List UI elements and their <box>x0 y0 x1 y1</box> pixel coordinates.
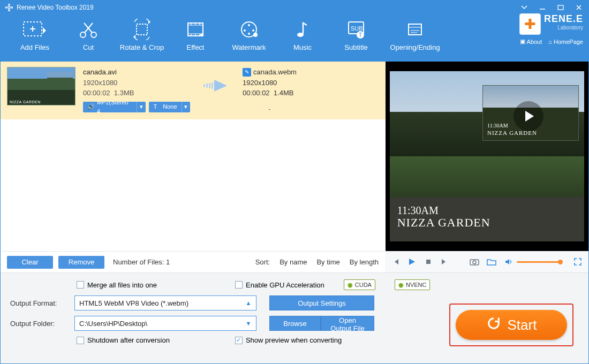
chevron-down-icon[interactable]: ▼ <box>241 320 256 327</box>
brand-badge-icon: ✚ <box>519 13 541 35</box>
toolbar-rotate-crop[interactable]: Rotate & Crop <box>115 18 169 62</box>
preview-controls <box>385 251 588 272</box>
gpu-label: Enable GPU Acceleration <box>246 281 324 289</box>
toolbar-add-files[interactable]: Add Files <box>8 18 62 62</box>
browse-button[interactable]: Browse <box>269 316 321 331</box>
toolbar-opening-ending[interactable]: Opening/Ending <box>383 18 447 62</box>
toolbar-subtitle[interactable]: SUBT Subtitle <box>329 18 383 62</box>
dest-dash: - <box>243 104 297 115</box>
svg-rect-14 <box>137 24 147 35</box>
svg-rect-6 <box>558 5 563 10</box>
volume-slider[interactable] <box>517 261 561 263</box>
show-preview-label: Show preview when converting <box>246 336 342 344</box>
remove-button[interactable]: Remove <box>58 256 104 269</box>
open-output-folder-button[interactable]: Open Output File <box>321 316 374 331</box>
svg-point-0 <box>8 6 10 9</box>
homepage-link[interactable]: ⌂HomePage <box>548 39 583 45</box>
cut-icon <box>62 18 115 41</box>
volume-icon[interactable] <box>504 257 514 267</box>
start-button[interactable]: Start <box>456 310 567 340</box>
svg-point-27 <box>252 29 254 32</box>
output-folder-label: Output Folder: <box>10 320 74 328</box>
effect-icon <box>169 18 222 41</box>
svg-point-21 <box>191 34 192 35</box>
sort-by-length[interactable]: By length <box>350 258 379 266</box>
add-files-icon <box>8 18 62 41</box>
clear-button[interactable]: Clear <box>7 256 53 269</box>
toolbar-label: Music <box>276 43 329 51</box>
dest-duration: 00:00:02 <box>243 89 270 97</box>
dest-size: 1.4MB <box>274 89 294 97</box>
svg-rect-35 <box>409 24 421 35</box>
toolbar-cut[interactable]: Cut <box>62 18 115 62</box>
titlebar: Renee Video Toolbox 2019 <box>1 1 588 14</box>
rotate-crop-icon <box>115 18 169 41</box>
file-count-label: Number of Files: 1 <box>113 258 170 266</box>
menu-dropdown-icon[interactable] <box>519 4 530 11</box>
svg-rect-39 <box>203 84 205 87</box>
start-highlight: Start <box>449 304 573 346</box>
next-track-icon[interactable] <box>440 257 449 267</box>
svg-text:SUB: SUB <box>351 25 363 32</box>
file-row[interactable]: NIZZA GARDEN canada.avi 1920x1080 00:00:… <box>1 62 386 119</box>
output-settings-button[interactable]: Output Settings <box>269 295 374 310</box>
dest-resolution: 1920x1080 <box>243 78 297 88</box>
toolbar-music[interactable]: Music <box>276 18 329 62</box>
gpu-checkbox[interactable] <box>235 281 243 289</box>
speaker-icon: 🔊 <box>87 102 95 111</box>
svg-rect-43 <box>426 260 431 264</box>
chevron-down-icon[interactable]: ▾ <box>137 102 146 112</box>
show-preview-checkbox[interactable] <box>235 337 243 344</box>
app-icon <box>5 3 13 12</box>
svg-rect-41 <box>209 83 210 88</box>
opening-ending-icon <box>383 18 447 41</box>
open-folder-icon[interactable] <box>487 257 496 267</box>
snapshot-icon[interactable] <box>470 257 479 267</box>
output-folder-select[interactable]: C:\Users\HP\Desktop\ ▼ <box>74 316 256 331</box>
preview-video[interactable]: 11:30AM NIZZA GARDEN 11:30AM NIZZA GARDE… <box>390 71 584 241</box>
svg-point-11 <box>91 32 96 37</box>
toolbar-label: Watermark <box>222 43 276 51</box>
toolbar-watermark[interactable]: Watermark <box>222 18 276 62</box>
toolbar-label: Subtitle <box>329 43 383 51</box>
preview-play-button[interactable] <box>514 101 543 131</box>
shutdown-checkbox[interactable] <box>77 337 84 344</box>
svg-rect-40 <box>206 84 208 88</box>
prev-track-icon[interactable] <box>391 257 400 267</box>
maximize-icon[interactable] <box>555 4 566 11</box>
output-format-label: Output Format: <box>10 299 74 307</box>
svg-point-22 <box>195 34 196 35</box>
preview-place-caption: NIZZA GARDEN <box>397 216 490 230</box>
svg-point-18 <box>191 24 192 25</box>
sort-label: Sort: <box>255 258 270 266</box>
edit-output-icon[interactable]: ✎ <box>243 68 251 77</box>
shutdown-label: Shutdown after conversion <box>87 336 170 344</box>
sort-by-time[interactable]: By time <box>316 258 339 266</box>
subtitle-track-pill[interactable]: T None ▾ <box>149 102 190 112</box>
file-list-pane: NIZZA GARDEN canada.avi 1920x1080 00:00:… <box>1 62 386 251</box>
minimize-icon[interactable] <box>537 4 548 11</box>
subtitle-icon: SUBT <box>329 18 383 41</box>
toolbar-effect[interactable]: Effect <box>169 18 222 62</box>
sort-by-name[interactable]: By name <box>280 258 307 266</box>
stop-icon[interactable] <box>424 257 432 267</box>
audio-track-pill[interactable]: 🔊MP2(Stereo 4 ▾ <box>83 102 146 112</box>
chevron-up-icon[interactable]: ▲ <box>241 300 256 306</box>
preview-time-caption: 11:30AM <box>397 204 439 217</box>
svg-point-10 <box>80 32 86 37</box>
fullscreen-icon[interactable] <box>573 257 582 267</box>
chevron-down-icon[interactable]: ▾ <box>182 102 190 112</box>
close-icon[interactable] <box>573 4 584 11</box>
toolbar-label: Add Files <box>8 43 62 51</box>
toolbar: Add Files Cut Rotate & Crop Effect Water… <box>1 14 588 62</box>
about-link[interactable]: ▣About <box>520 38 542 45</box>
cuda-chip: ◉CUDA <box>344 279 375 290</box>
output-format-select[interactable]: HTML5 WebM VP8 Video (*.webm) ▲ <box>74 295 256 310</box>
toolbar-label: Opening/Ending <box>383 43 447 51</box>
merge-checkbox[interactable] <box>77 281 84 289</box>
refresh-icon <box>486 316 501 335</box>
svg-point-26 <box>244 29 246 32</box>
play-icon[interactable] <box>407 257 416 267</box>
svg-point-28 <box>248 33 250 35</box>
text-icon: T <box>153 102 157 111</box>
